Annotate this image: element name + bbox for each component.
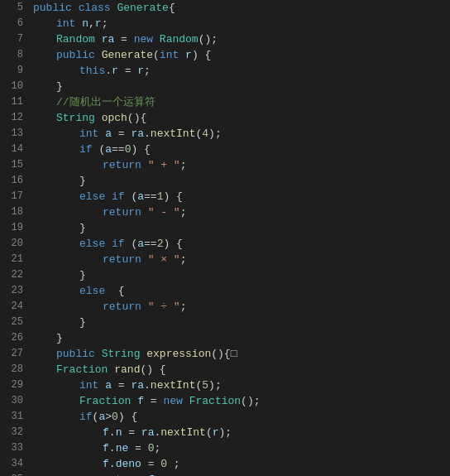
token-var: n	[82, 16, 89, 31]
token-var: r	[137, 63, 144, 79]
token-kw: if	[112, 189, 125, 204]
line-number: 10	[7, 79, 23, 94]
code-line: return " ÷ ";	[33, 299, 450, 315]
token-plain	[95, 346, 102, 362]
token-fn: nextInt	[160, 425, 206, 440]
line-number: 11	[7, 94, 23, 110]
token-plain: .	[105, 63, 112, 79]
token-kw: return	[103, 252, 141, 267]
token-plain: ();	[199, 31, 218, 47]
line-number: 19	[7, 220, 23, 236]
token-str: " + "	[148, 157, 180, 173]
token-plain	[140, 346, 146, 362]
token-plain	[105, 189, 112, 204]
token-kw: return	[103, 472, 141, 476]
token-plain: .	[154, 425, 160, 440]
token-plain: () {	[140, 362, 165, 377]
token-plain	[95, 31, 102, 47]
token-plain: .	[109, 456, 116, 472]
line-number: 8	[7, 47, 23, 63]
token-var: f	[103, 456, 109, 472]
token-plain: =	[112, 377, 131, 393]
token-plain	[111, 0, 117, 16]
code-line: public Generate(int r) {	[33, 47, 450, 63]
token-plain: ();	[241, 393, 260, 409]
line-number: 26	[7, 330, 23, 346]
line-number: 29	[7, 377, 23, 393]
token-plain	[179, 47, 185, 63]
code-line: Fraction f = new Fraction();	[33, 393, 450, 409]
token-var: f	[103, 425, 109, 440]
token-cls: Generate	[117, 0, 168, 16]
token-plain: );	[208, 377, 222, 393]
code-line: int n,r;	[33, 16, 450, 31]
token-plain: ;	[154, 472, 160, 476]
code-line: f.n = ra.nextInt(r);	[33, 425, 450, 440]
token-plain: =	[128, 440, 147, 456]
token-kw: if	[79, 142, 93, 157]
token-plain: (	[195, 377, 202, 393]
token-var: a	[137, 236, 144, 252]
token-plain	[105, 236, 112, 252]
token-cls: Random	[56, 31, 95, 47]
token-cls: Random	[160, 31, 199, 47]
token-plain: }	[79, 315, 86, 330]
token-plain: =	[118, 63, 137, 79]
token-cls: String	[56, 110, 95, 126]
code-line: f.deno = 0 ;	[33, 456, 450, 472]
token-plain	[141, 472, 148, 476]
token-kw: int	[79, 377, 98, 393]
token-num: 0	[148, 440, 155, 456]
line-number: 18	[7, 204, 23, 220]
code-line: return " - ";	[33, 204, 450, 220]
token-var: r	[95, 16, 102, 31]
line-number: 23	[7, 283, 23, 299]
token-var: r	[213, 425, 219, 440]
token-plain: >	[105, 409, 112, 425]
code-line: Random ra = new Random();	[33, 31, 450, 47]
code-line: if(a>0) {	[33, 409, 450, 425]
token-plain: ;	[102, 16, 108, 31]
line-number: 34	[7, 456, 23, 472]
token-plain: ==	[112, 142, 125, 157]
token-str: " × "	[148, 252, 180, 267]
token-kw: return	[103, 157, 141, 173]
token-kw: return	[103, 204, 141, 220]
token-cls: Fraction	[79, 393, 131, 409]
token-plain	[75, 16, 82, 31]
line-number: 21	[7, 252, 23, 267]
token-plain	[153, 31, 160, 47]
token-var: f	[103, 440, 109, 456]
token-plain: ;	[144, 63, 151, 79]
line-number: 14	[7, 142, 23, 157]
token-plain: ) {	[163, 189, 182, 204]
token-plain: ,	[89, 16, 95, 31]
token-str: " - "	[148, 204, 180, 220]
token-num: 0	[112, 409, 118, 425]
code-line: public String expression(){□	[33, 346, 450, 362]
token-var: r	[185, 47, 192, 63]
token-plain: }	[56, 79, 63, 94]
token-str: " ÷ "	[148, 299, 180, 315]
line-number: 7	[7, 31, 23, 47]
token-plain: =	[144, 393, 163, 409]
token-cls: Fraction	[189, 393, 241, 409]
token-plain: }	[56, 330, 63, 346]
token-kw: return	[103, 299, 141, 315]
token-kw: int	[79, 126, 98, 142]
lines-container[interactable]: public class Generate{int n,r;Random ra …	[30, 0, 450, 476]
code-line: }	[33, 173, 450, 189]
line-number: 28	[7, 362, 23, 377]
token-num: 0	[125, 142, 132, 157]
token-plain: {	[105, 283, 124, 299]
code-line: Fraction rand() {	[33, 362, 450, 377]
code-line: this.r = r;	[33, 63, 450, 79]
token-plain: }	[79, 173, 86, 189]
token-plain	[141, 299, 148, 315]
token-var: a	[105, 377, 112, 393]
code-line: }	[33, 330, 450, 346]
token-kw: public	[56, 346, 95, 362]
token-kw: if	[79, 409, 93, 425]
token-var: ra	[141, 425, 155, 440]
token-num: 1	[157, 189, 164, 204]
